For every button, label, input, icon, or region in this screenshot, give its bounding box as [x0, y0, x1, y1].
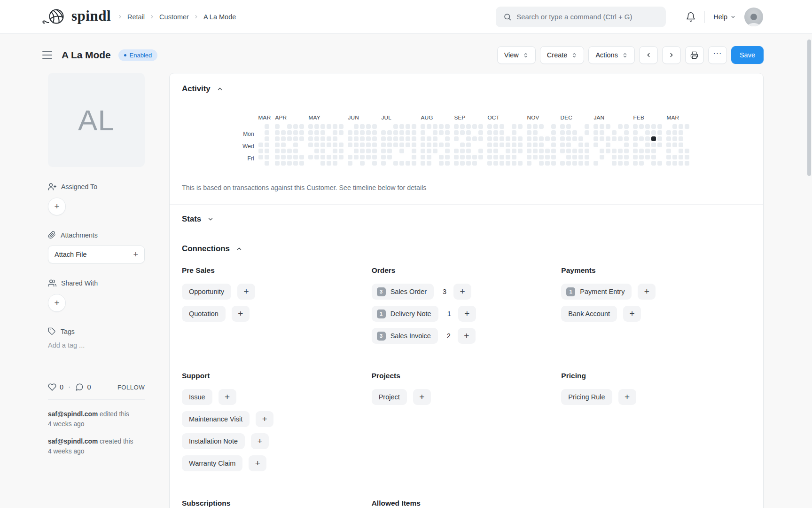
breadcrumb-item[interactable]: Customer — [159, 13, 189, 21]
add-document-button[interactable]: + — [458, 328, 476, 344]
heatmap-cell — [275, 155, 280, 159]
heatmap-cell — [578, 149, 583, 153]
add-document-button[interactable]: + — [232, 306, 250, 322]
doctype-link-pill[interactable]: Issue — [182, 389, 212, 405]
notifications-bell-icon[interactable] — [686, 12, 696, 22]
breadcrumb-item[interactable]: A La Mode — [203, 13, 236, 21]
add-share-button[interactable]: + — [48, 294, 66, 312]
doctype-link-pill[interactable]: 1Payment Entry — [561, 284, 632, 300]
heatmap-cell — [593, 155, 598, 159]
doctype-link-pill[interactable]: Warranty Claim — [182, 455, 242, 471]
comments-icon[interactable] — [75, 383, 84, 391]
heatmap-cell — [439, 136, 444, 141]
scrollbar[interactable] — [806, 0, 812, 508]
heatmap-cell — [399, 149, 404, 153]
heatmap-cell — [545, 161, 550, 166]
heatmap-cell — [651, 136, 656, 141]
attach-file-button[interactable]: Attach File + — [48, 246, 145, 263]
stats-section-toggle[interactable]: Stats — [182, 214, 751, 224]
heatmap-cell — [421, 155, 425, 159]
add-document-button[interactable]: + — [256, 411, 273, 427]
view-button[interactable]: View — [497, 46, 536, 64]
add-document-button[interactable]: + — [413, 389, 431, 405]
heatmap-cell — [314, 136, 319, 141]
customer-avatar-placeholder[interactable]: AL — [48, 73, 145, 167]
heatmap-cell — [606, 149, 610, 153]
heatmap-cell — [600, 155, 604, 159]
heatmap-cell — [372, 149, 377, 153]
heatmap-cell — [624, 161, 629, 166]
doctype-link-pill[interactable]: Maintenance Visit — [182, 411, 250, 427]
heatmap-cell — [412, 136, 416, 141]
add-tag-input[interactable]: Add a tag ... — [48, 341, 145, 349]
heatmap-cell — [685, 149, 689, 153]
heatmap-cell — [360, 143, 365, 147]
heatmap-cell — [672, 143, 677, 147]
add-document-button[interactable]: + — [453, 284, 471, 300]
heatmap-cell — [348, 143, 352, 147]
doctype-link-pill[interactable]: Bank Account — [561, 306, 617, 322]
heatmap-cell — [612, 136, 617, 141]
doctype-link-pill[interactable]: Pricing Rule — [561, 389, 612, 405]
heatmap-cell — [427, 124, 431, 129]
heatmap-cell — [427, 136, 431, 141]
sidebar-toggle-icon[interactable] — [41, 49, 53, 61]
like-heart-icon[interactable] — [48, 383, 56, 391]
connection-row: Project+ — [372, 389, 562, 405]
heatmap-cell — [551, 155, 556, 159]
heatmap-cell — [439, 130, 444, 135]
heatmap-cell — [560, 143, 565, 147]
add-document-button[interactable]: + — [237, 284, 255, 300]
add-document-button[interactable]: + — [458, 306, 476, 322]
add-assignment-button[interactable]: + — [48, 198, 66, 215]
heatmap-cell — [612, 155, 617, 159]
heatmap-cell — [633, 130, 638, 135]
heatmap-cell — [518, 130, 523, 135]
doctype-link-pill[interactable]: Project — [372, 389, 407, 405]
heatmap-cell — [578, 124, 583, 129]
add-document-button[interactable]: + — [638, 284, 656, 300]
breadcrumb-item[interactable]: Retail — [127, 13, 145, 21]
create-button[interactable]: Create — [540, 46, 585, 64]
actions-button[interactable]: Actions — [588, 46, 635, 64]
heatmap-cell — [600, 124, 604, 129]
heatmap-cell — [348, 136, 352, 141]
paperclip-icon — [48, 231, 56, 239]
doctype-link-pill[interactable]: Installation Note — [182, 433, 245, 449]
doctype-link-pill[interactable]: 3Sales Order — [372, 284, 434, 300]
heatmap-cell — [572, 155, 577, 159]
heatmap-cell — [500, 124, 504, 129]
connections-section-toggle[interactable]: Connections — [182, 244, 751, 254]
help-menu[interactable]: Help — [713, 13, 736, 21]
heatmap-cell — [366, 161, 371, 166]
doctype-link-pill[interactable]: Quotation — [182, 306, 226, 322]
print-button[interactable] — [685, 46, 704, 64]
activity-section-toggle[interactable]: Activity — [182, 84, 751, 94]
next-record-button[interactable] — [662, 46, 681, 64]
connection-row: Warranty Claim+ — [182, 455, 372, 471]
heatmap-cell — [275, 124, 280, 129]
heatmap-cell — [327, 136, 331, 141]
app-logo[interactable]: spindl — [41, 8, 111, 26]
doctype-label: Delivery Note — [390, 310, 431, 318]
heatmap-cell — [585, 161, 589, 166]
previous-record-button[interactable] — [639, 46, 658, 64]
heatmap-cell — [281, 130, 286, 135]
add-document-button[interactable]: + — [251, 433, 269, 449]
more-menu-button[interactable]: ··· — [708, 46, 727, 64]
add-document-button[interactable]: + — [618, 389, 636, 405]
add-document-button[interactable]: + — [219, 389, 236, 405]
doctype-link-pill[interactable]: Opportunity — [182, 284, 231, 300]
count-badge: 1 — [377, 310, 386, 318]
heatmap-cell — [466, 155, 471, 159]
user-avatar[interactable] — [744, 8, 763, 26]
add-document-button[interactable]: + — [623, 306, 641, 322]
save-button[interactable]: Save — [731, 46, 764, 64]
day-label — [239, 126, 254, 130]
add-document-button[interactable]: + — [249, 455, 266, 471]
doctype-link-pill[interactable]: 1Delivery Note — [372, 306, 438, 322]
global-search-input[interactable]: Search or type a command (Ctrl + G) — [496, 7, 666, 27]
scrollbar-thumb[interactable] — [807, 40, 811, 176]
follow-button[interactable]: FOLLOW — [117, 384, 145, 391]
doctype-link-pill[interactable]: 3Sales Invoice — [372, 328, 438, 344]
